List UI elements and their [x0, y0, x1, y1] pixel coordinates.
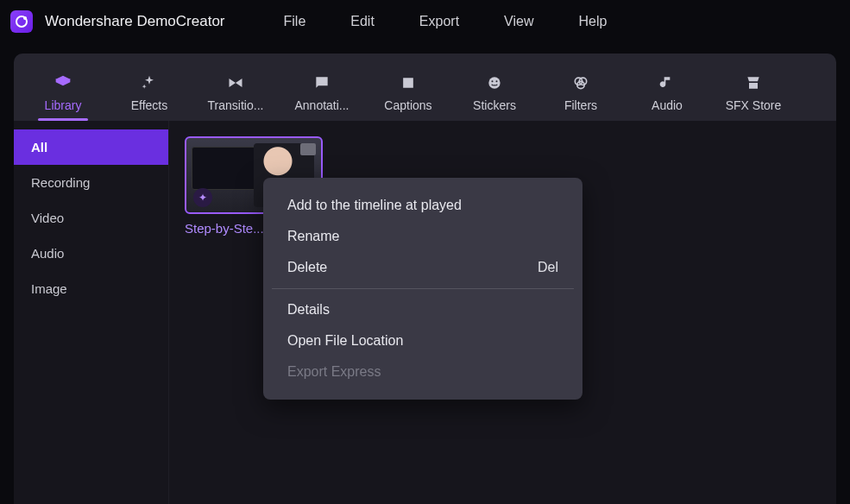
ctx-delete[interactable]: Delete Del	[263, 252, 582, 283]
tab-label: Audio	[652, 98, 683, 112]
camera-icon	[300, 143, 316, 155]
menu-items: File Edit Export View Help	[284, 14, 608, 29]
svg-point-4	[496, 80, 498, 82]
tab-filters[interactable]: Filters	[540, 74, 621, 121]
library-sidebar: All Recording Video Audio Image	[14, 121, 169, 504]
ctx-shortcut: Del	[538, 260, 558, 275]
filters-icon	[572, 74, 589, 91]
sidebar-item-video[interactable]: Video	[14, 200, 168, 236]
annotation-icon	[313, 74, 331, 91]
sidebar-item-image[interactable]: Image	[14, 271, 168, 306]
svg-point-2	[488, 77, 500, 88]
ctx-label: Add to the timeline at played	[287, 198, 462, 213]
menu-export[interactable]: Export	[419, 14, 459, 29]
captions-icon	[400, 74, 417, 91]
tab-sfx-store[interactable]: SFX Store	[713, 74, 794, 121]
tab-label: Transitio...	[208, 98, 264, 112]
tab-library[interactable]: Library	[22, 74, 104, 121]
library-icon	[54, 74, 72, 91]
app-title: Wondershare DemoCreator	[45, 13, 225, 30]
tab-label: Library	[45, 98, 82, 112]
ctx-label: Delete	[287, 260, 327, 275]
menu-view[interactable]: View	[504, 14, 533, 29]
menu-file[interactable]: File	[284, 14, 306, 29]
ctx-rename[interactable]: Rename	[263, 221, 582, 252]
context-menu: Add to the timeline at played Rename Del…	[263, 178, 582, 400]
app-logo-icon	[10, 10, 33, 33]
ctx-details[interactable]: Details	[263, 294, 582, 325]
watermark-icon: ✦	[193, 188, 212, 207]
preview-monitor-icon	[192, 147, 261, 190]
menu-help[interactable]: Help	[579, 14, 608, 29]
tab-effects[interactable]: Effects	[109, 74, 190, 121]
ctx-add-to-timeline[interactable]: Add to the timeline at played	[263, 190, 582, 221]
sticker-icon	[486, 74, 503, 91]
ribbon: Library Effects Transitio... Annotati...…	[14, 54, 836, 121]
ctx-open-file-location[interactable]: Open File Location	[263, 325, 582, 356]
tab-label: Filters	[564, 98, 597, 112]
tab-label: Effects	[131, 98, 168, 112]
tab-label: Annotati...	[294, 98, 349, 112]
menubar: Wondershare DemoCreator File Edit Export…	[0, 0, 850, 43]
sparkle-icon	[141, 74, 158, 91]
ctx-separator	[272, 288, 574, 289]
sidebar-item-recording[interactable]: Recording	[14, 165, 168, 200]
store-icon	[745, 74, 762, 91]
ctx-label: Details	[287, 302, 330, 318]
tab-audio[interactable]: Audio	[626, 74, 708, 121]
sidebar-item-all[interactable]: All	[14, 129, 168, 165]
transition-icon	[227, 74, 244, 91]
ctx-label: Rename	[287, 229, 339, 244]
menu-edit[interactable]: Edit	[350, 14, 375, 29]
svg-point-1	[23, 16, 27, 20]
tab-label: Stickers	[473, 98, 516, 112]
tab-label: SFX Store	[726, 98, 782, 112]
tab-stickers[interactable]: Stickers	[454, 74, 535, 121]
tab-transitions[interactable]: Transitio...	[195, 74, 276, 121]
audio-icon	[658, 74, 676, 91]
ctx-label: Open File Location	[287, 333, 403, 349]
sidebar-item-audio[interactable]: Audio	[14, 236, 168, 271]
svg-point-3	[492, 80, 494, 82]
ctx-export-express: Export Express	[263, 356, 582, 387]
tab-label: Captions	[384, 98, 431, 112]
ctx-label: Export Express	[287, 364, 381, 380]
tab-captions[interactable]: Captions	[368, 74, 449, 121]
tab-annotations[interactable]: Annotati...	[281, 74, 362, 121]
